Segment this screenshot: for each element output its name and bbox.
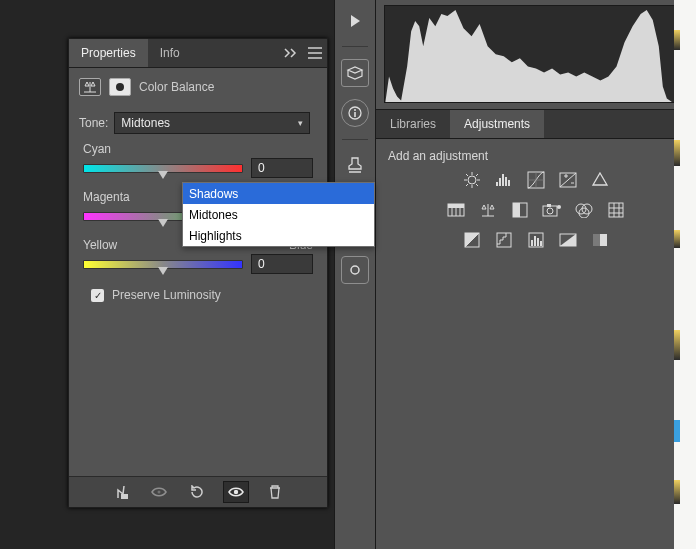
adj-vibrance[interactable] [590,171,610,189]
tone-selected: Midtones [121,116,170,130]
histogram-panel[interactable] [384,5,688,103]
adjustment-title: Color Balance [139,80,214,94]
svg-point-24 [547,208,553,214]
svg-rect-15 [505,177,507,186]
label-cyan: Cyan [83,142,111,156]
balance-scale-icon [79,78,101,96]
svg-rect-6 [354,112,356,117]
tab-libraries[interactable]: Libraries [376,110,450,138]
adj-threshold[interactable] [526,231,546,249]
tab-adjustments[interactable]: Adjustments [450,110,544,138]
adj-hue-saturation[interactable] [446,201,466,219]
adj-levels[interactable] [494,171,514,189]
collapse-icon[interactable] [279,48,303,58]
slider-cr-handle[interactable] [158,171,168,179]
svg-rect-39 [593,234,600,246]
view-previous-button[interactable] [147,482,171,502]
svg-rect-16 [508,180,510,186]
svg-rect-12 [496,182,498,186]
svg-rect-35 [537,238,539,246]
tone-dropdown: Shadows Midtones Highlights [182,182,375,247]
right-column: Libraries Adjustments Add an adjustment [375,0,696,549]
adj-gradient-map[interactable] [558,231,578,249]
preserve-lum-checkbox[interactable]: ✓ [91,289,104,302]
svg-point-7 [354,109,356,111]
reset-button[interactable] [185,482,209,502]
tab-properties[interactable]: Properties [69,39,148,67]
adj-exposure[interactable] [558,171,578,189]
adj-selective-color[interactable] [590,231,610,249]
svg-point-3 [158,491,161,494]
mask-icon [109,78,131,96]
slider-mg-handle[interactable] [158,219,168,227]
svg-rect-14 [502,174,504,186]
tone-option-midtones[interactable]: Midtones [183,204,374,225]
adj-color-lookup[interactable] [606,201,626,219]
slider-yb-track[interactable] [83,260,243,269]
clip-to-layer-button[interactable] [109,482,133,502]
tone-row: Tone: Midtones ▾ [69,100,327,136]
slider-cr-track[interactable] [83,164,243,173]
tone-label: Tone: [79,116,108,130]
svg-rect-23 [547,204,551,207]
adj-invert[interactable] [462,231,482,249]
svg-point-25 [557,205,561,209]
adj-curves[interactable] [526,171,546,189]
tone-option-shadows[interactable]: Shadows [183,183,374,204]
3d-icon[interactable] [341,59,369,87]
properties-footer [69,476,327,507]
adjustments-grid [376,171,696,249]
label-yellow: Yellow [83,238,117,252]
adj-black-white[interactable] [510,201,530,219]
stamp-icon[interactable] [342,152,368,178]
preserve-lum-label: Preserve Luminosity [112,288,221,302]
adj-photo-filter[interactable] [542,201,562,219]
svg-rect-34 [534,236,536,246]
add-adjustment-title: Add an adjustment [376,139,696,171]
svg-rect-31 [497,233,511,247]
tone-select[interactable]: Midtones ▾ [114,112,310,134]
slider-cyan-red: Cyan Red 0 [69,140,327,178]
properties-tabs: Properties Info [69,39,327,68]
preserve-luminosity-row: ✓ Preserve Luminosity [69,274,327,302]
tab-info[interactable]: Info [148,39,192,67]
svg-point-1 [116,83,124,91]
camera-square-icon[interactable] [341,256,369,284]
adj-color-balance[interactable] [478,201,498,219]
canvas-edge [674,0,696,549]
panel-menu-icon[interactable] [303,47,327,59]
slider-cr-value[interactable]: 0 [251,158,313,178]
adj-posterize[interactable] [494,231,514,249]
svg-rect-29 [609,203,623,217]
tone-option-highlights[interactable]: Highlights [183,225,374,246]
svg-point-11 [468,176,476,184]
play-icon[interactable] [342,8,368,34]
adj-brightness-contrast[interactable] [462,171,482,189]
svg-rect-36 [540,241,542,246]
visibility-toggle-button[interactable] [223,481,249,503]
properties-panel: Properties Info Color Balance Tone: [68,38,328,508]
icon-strip: Tk [334,0,376,549]
svg-rect-33 [531,240,533,246]
adj-channel-mixer[interactable] [574,201,594,219]
svg-rect-2 [121,494,128,499]
slider-yb-handle[interactable] [158,267,168,275]
info-icon[interactable] [341,99,369,127]
adjustment-header: Color Balance [69,68,327,100]
svg-point-4 [234,490,238,494]
svg-rect-13 [499,178,501,186]
delete-button[interactable] [263,482,287,502]
slider-yb-value[interactable]: 0 [251,254,313,274]
right-tabs: Libraries Adjustments [376,109,696,139]
chevron-down-icon: ▾ [298,118,303,128]
label-magenta: Magenta [83,190,130,204]
svg-point-8 [351,266,359,274]
